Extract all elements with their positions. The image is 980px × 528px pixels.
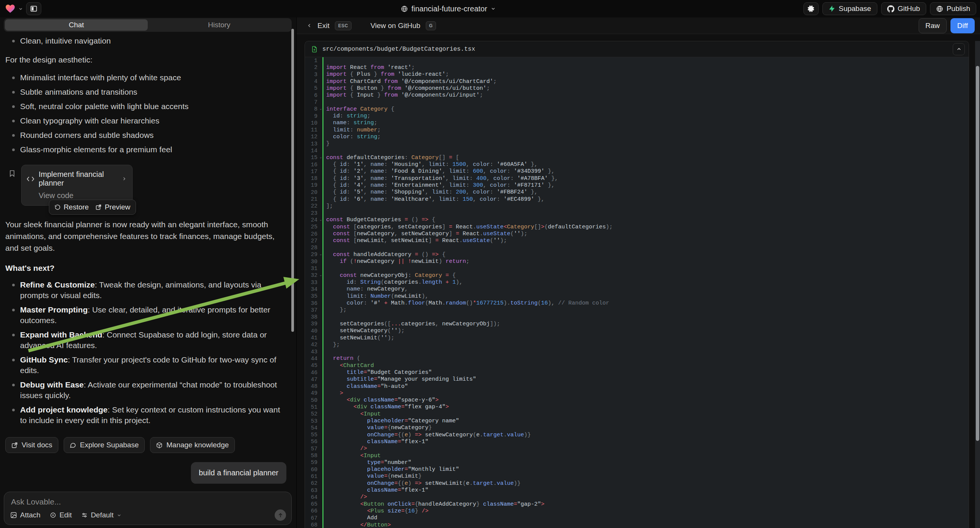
attach-button[interactable]: Attach [10, 511, 41, 519]
diff-added-marker [322, 147, 323, 154]
settings-button[interactable] [803, 2, 819, 15]
code-text: setNewLimit(''); [323, 335, 395, 341]
chat-scrollbar-thumb[interactable] [291, 29, 294, 332]
tab-history[interactable]: History [148, 19, 291, 31]
code-editor[interactable]: 12import React from 'react';3import { Pl… [305, 57, 969, 528]
supabase-button[interactable]: Supabase [822, 2, 877, 15]
lovable-logo-heart-icon[interactable] [5, 4, 15, 13]
github-icon [887, 5, 894, 13]
project-switcher[interactable]: financial-future-creator [401, 0, 496, 17]
code-text: const BudgetCategories = () => { [323, 217, 435, 223]
line-number: 56 [305, 438, 322, 445]
g-shortcut-badge: G [426, 21, 436, 30]
fold-chevron-icon[interactable]: ⌄ [319, 218, 322, 221]
publish-button[interactable]: Publish [930, 2, 976, 15]
code-line: 24⌄const BudgetCategories = () => { [305, 217, 969, 223]
tab-chat[interactable]: Chat [5, 19, 148, 31]
code-text: }; [323, 342, 340, 348]
line-number: 5 [305, 85, 322, 92]
code-text: import React from 'react'; [323, 64, 415, 71]
toggle-sidebar-button[interactable] [26, 2, 41, 15]
line-number: 45 [305, 362, 322, 369]
code-line: 66 <Plus size={16} /> [305, 507, 969, 514]
code-line: 36 color: '#' + Math.floor(Math.random()… [305, 300, 969, 307]
restore-button[interactable]: Restore [54, 203, 89, 212]
line-number: 36 [305, 300, 322, 307]
code-line: 21 { id: '6', name: 'Healthcare', limit:… [305, 196, 969, 203]
github-label: GitHub [898, 5, 920, 13]
chevron-left-icon[interactable] [307, 23, 312, 29]
line-number: 49 [305, 390, 322, 396]
logo-chevron-down-icon[interactable] [18, 6, 23, 11]
design-heading: For the design aesthetic: [5, 54, 286, 65]
code-text: import { Plus } from 'lucide-react'; [323, 71, 449, 78]
fold-chevron-icon[interactable]: ⌄ [319, 107, 322, 111]
code-line: 41 setNewLimit(''); [305, 334, 969, 341]
line-number: 58 [305, 452, 322, 459]
line-number: 55 [305, 431, 322, 438]
code-line: 31 [305, 265, 969, 272]
raw-toggle-button[interactable]: Raw [919, 18, 947, 33]
bullet-item: Add project knowledge: Set key context o… [12, 404, 286, 426]
send-button[interactable] [275, 509, 286, 521]
file-header[interactable]: src/components/budget/BudgetCategories.t… [305, 41, 969, 57]
chat-input-box[interactable]: Attach Edit Default [4, 491, 292, 525]
bullet-dot [12, 334, 15, 336]
code-line: 64 /> [305, 494, 969, 501]
code-text: name: newCategory, [323, 286, 408, 293]
line-number: 28 [305, 244, 322, 251]
diff-toggle-button[interactable]: Diff [950, 18, 975, 33]
code-line: 37 }; [305, 307, 969, 313]
preview-button[interactable]: Preview [95, 203, 130, 212]
github-button[interactable]: GitHub [881, 2, 926, 15]
code-line: 18 { id: '3', name: 'Transportation', li… [305, 175, 969, 182]
ask-lovable-input[interactable] [11, 497, 257, 506]
line-number: 23 [305, 210, 322, 217]
exit-button[interactable]: Exit [317, 22, 329, 30]
chevron-down-icon [117, 513, 122, 518]
external-link-icon [95, 204, 102, 210]
edit-mode-button[interactable]: Edit [49, 511, 72, 519]
line-number: 18 [305, 175, 322, 182]
collapse-file-button[interactable] [953, 43, 965, 55]
code-text: className="h-auto" [323, 383, 408, 390]
line-number: 16 [305, 161, 322, 168]
bullet-text: Glass-morphic elements for a premium fee… [20, 144, 172, 155]
code-line: 46 title="Budget Categories" [305, 369, 969, 376]
chat-panel: Chat History Clean, intuitive navigation… [0, 17, 296, 528]
code-file-card: src/components/budget/BudgetCategories.t… [305, 41, 969, 528]
line-number: 61 [305, 473, 322, 480]
chevron-up-icon [956, 46, 962, 52]
panel-left-icon [30, 5, 38, 13]
visit-docs-button[interactable]: Visit docs [5, 437, 58, 453]
diff-added-marker [322, 265, 323, 272]
line-number: 29⌄ [305, 251, 322, 258]
fold-chevron-icon[interactable]: ⌄ [319, 155, 322, 159]
code-line: 34 name: newCategory, [305, 286, 969, 293]
mode-selector[interactable]: Default [81, 511, 122, 519]
code-scrollbar-thumb[interactable] [976, 66, 979, 441]
bookmark-icon[interactable] [8, 169, 16, 178]
line-number: 64 [305, 494, 322, 501]
bullet-dot [12, 284, 15, 286]
bullet-dot [12, 409, 15, 411]
version-card-implement-financial-planner[interactable]: Implement financial planner View code Re… [21, 165, 133, 206]
code-line: 53 placeholder="Category name" [305, 417, 969, 424]
code-text: color: string; [323, 134, 381, 140]
code-line: 48 className="h-auto" [305, 383, 969, 390]
fold-chevron-icon[interactable]: ⌄ [319, 252, 322, 256]
code-text: const newCategoryObj: Category = { [323, 272, 456, 279]
view-code-link[interactable]: View code [39, 191, 127, 200]
view-on-github-button[interactable]: View on GitHub [371, 22, 420, 30]
explore-supabase-button[interactable]: Explore Supabase [64, 437, 145, 453]
code-line: 44 return ( [305, 355, 969, 362]
code-text: import { Input } from '@/components/ui/i… [323, 92, 483, 99]
code-text: const [newLimit, setNewLimit] = React.us… [323, 237, 507, 244]
manage-knowledge-button[interactable]: Manage knowledge [150, 437, 235, 453]
diff-added-marker [322, 99, 323, 106]
code-scrollbar-track[interactable] [975, 41, 980, 528]
bullet-text: Rounded corners and subtle shadows [20, 130, 154, 140]
fold-chevron-icon[interactable]: ⌄ [319, 273, 322, 277]
code-text: { id: '5', name: 'Shopping', limit: 200,… [323, 189, 538, 196]
bullet-item: Master Prompting: Use clear, detailed, a… [12, 305, 286, 326]
